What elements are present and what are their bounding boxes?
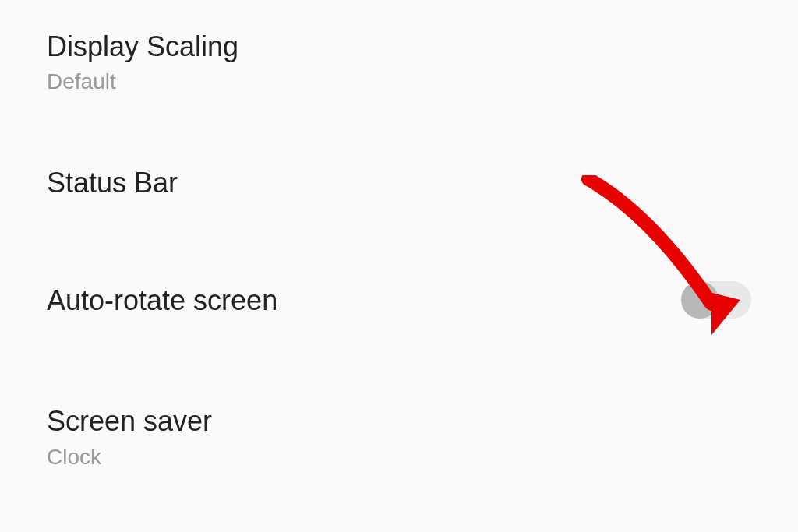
- screen-saver-subtitle: Clock: [47, 445, 212, 470]
- setting-text-group: Display Scaling Default: [47, 30, 238, 94]
- auto-rotate-title: Auto-rotate screen: [47, 284, 277, 317]
- setting-text-group: Screen saver Clock: [47, 404, 212, 469]
- screen-saver-title: Screen saver: [47, 404, 212, 438]
- setting-screen-saver[interactable]: Screen saver Clock: [0, 361, 798, 492]
- display-scaling-subtitle: Default: [47, 69, 238, 94]
- status-bar-title: Status Bar: [47, 166, 178, 199]
- toggle-knob: [681, 281, 719, 319]
- display-scaling-title: Display Scaling: [47, 30, 238, 63]
- setting-text-group: Status Bar: [47, 166, 178, 199]
- setting-display-scaling[interactable]: Display Scaling Default: [0, 0, 798, 125]
- setting-text-group: Auto-rotate screen: [47, 284, 277, 317]
- settings-list: Display Scaling Default Status Bar Auto-…: [0, 0, 798, 493]
- auto-rotate-toggle[interactable]: [681, 281, 751, 319]
- setting-auto-rotate[interactable]: Auto-rotate screen: [0, 238, 798, 361]
- setting-status-bar[interactable]: Status Bar: [0, 125, 798, 238]
